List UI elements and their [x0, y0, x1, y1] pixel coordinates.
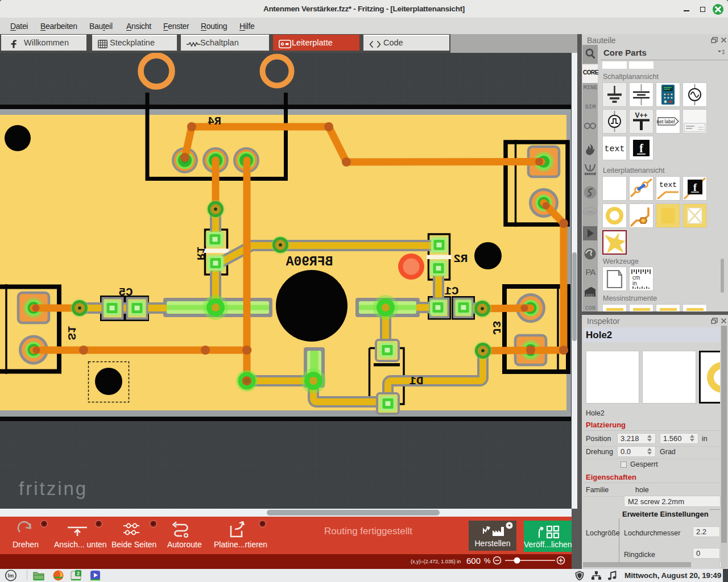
svg-text:text: text	[659, 181, 677, 189]
svg-text:R1: R1	[194, 247, 207, 260]
svg-text:BFR90A: BFR90A	[286, 255, 333, 269]
svg-text:D1: D1	[409, 375, 423, 388]
svg-text:in: in	[632, 280, 637, 286]
svg-text:R4: R4	[208, 115, 221, 128]
svg-text:2: 2	[77, 571, 80, 576]
svg-text:C5: C5	[118, 286, 133, 299]
svg-text:intel: intel	[586, 209, 594, 214]
svg-text:C1: C1	[444, 285, 458, 298]
svg-text:seeed: seeed	[585, 172, 596, 176]
svg-text:V++: V++	[635, 111, 647, 119]
svg-text:text: text	[604, 144, 624, 154]
svg-text:J3: J3	[490, 321, 503, 335]
svg-text:f: f	[639, 142, 643, 155]
svg-text:R2: R2	[453, 252, 468, 265]
svg-text:net label: net label	[656, 119, 675, 124]
svg-text:fritzing: fritzing	[19, 478, 88, 499]
svg-text:S1: S1	[65, 326, 78, 340]
svg-text:f: f	[693, 182, 697, 193]
svg-text:lm: lm	[8, 573, 14, 579]
